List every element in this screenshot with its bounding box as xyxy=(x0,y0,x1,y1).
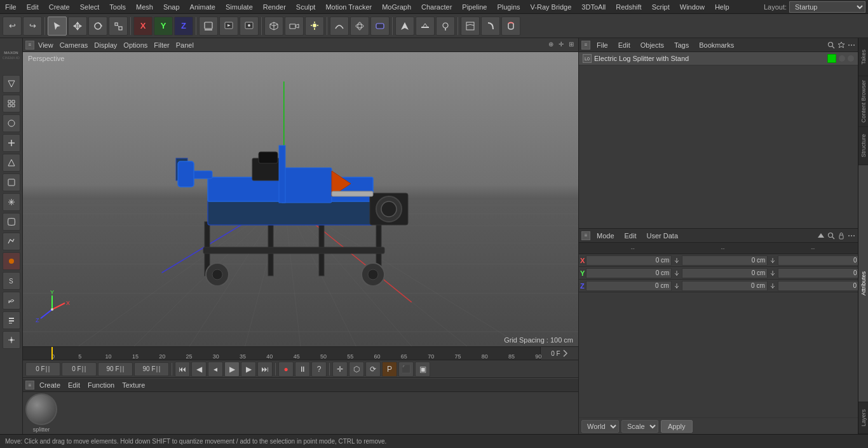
coord-x-size[interactable] xyxy=(682,255,768,266)
viewport-menu-cameras[interactable]: Cameras xyxy=(57,40,91,50)
menu-3dtoall[interactable]: 3DToAll xyxy=(576,2,611,12)
landmark-button[interactable] xyxy=(436,17,455,36)
takes-tab[interactable]: Takes xyxy=(858,38,868,76)
left-tool-11[interactable]: S xyxy=(3,272,20,290)
material-menu-icon[interactable]: ≡ xyxy=(25,381,34,390)
left-tool-8[interactable] xyxy=(3,213,20,231)
mat-menu-function[interactable]: Function xyxy=(85,380,117,390)
end-frame-input2[interactable]: 90 F xyxy=(134,362,169,376)
mat-menu-texture[interactable]: Texture xyxy=(119,380,147,390)
coord-y-size[interactable] xyxy=(682,268,768,278)
attr-lock-icon[interactable] xyxy=(837,232,845,240)
coord-z-arrow[interactable] xyxy=(672,281,681,291)
apply-button[interactable]: Apply xyxy=(661,420,693,433)
left-tool-1[interactable] xyxy=(3,75,20,93)
coord-z-arrow2[interactable] xyxy=(768,281,777,291)
obj-search-icon[interactable] xyxy=(827,41,835,49)
menu-mesh[interactable]: Mesh xyxy=(131,2,158,12)
menu-script[interactable]: Script xyxy=(647,2,675,12)
floor-button[interactable] xyxy=(416,17,435,36)
object-list-row[interactable]: L0 Electric Log Splitter with Stand xyxy=(579,52,858,65)
start-frame-input[interactable]: 0 F xyxy=(25,362,60,376)
x-axis-button[interactable]: X xyxy=(133,17,153,36)
tl-tool-2[interactable]: ⬡ xyxy=(349,362,364,377)
left-tool-7[interactable] xyxy=(3,193,20,211)
obj-tab-tags[interactable]: Tags xyxy=(670,40,693,50)
attr-up-icon[interactable] xyxy=(817,232,825,240)
go-to-start-button[interactable]: ⏮ xyxy=(175,362,190,377)
attr-search-icon[interactable] xyxy=(827,232,835,240)
obj-tab-objects[interactable]: Objects xyxy=(637,40,668,50)
viewport-menu-display[interactable]: Display xyxy=(92,40,119,50)
obj-tab-edit[interactable]: Edit xyxy=(614,40,634,50)
tl-tool-1[interactable]: ✛ xyxy=(332,362,348,377)
attributes-tab[interactable]: Attributes xyxy=(858,165,868,402)
go-to-end-button[interactable]: ⏭ xyxy=(257,362,273,377)
menu-create[interactable]: Create xyxy=(44,2,75,12)
left-tool-12[interactable] xyxy=(3,292,20,309)
left-tool-5[interactable] xyxy=(3,154,20,172)
coord-x-arrow[interactable] xyxy=(672,255,681,266)
attr-panel-icon[interactable]: ≡ xyxy=(581,231,590,240)
prev-frame-button[interactable]: ◀ xyxy=(191,362,207,377)
left-tool-14[interactable] xyxy=(3,331,20,349)
menu-sculpt[interactable]: Sculpt xyxy=(291,2,321,12)
menu-help[interactable]: Help xyxy=(710,2,735,12)
coord-x-arrow2[interactable] xyxy=(768,255,777,266)
move-tool[interactable] xyxy=(68,17,87,36)
y-axis-button[interactable]: Y xyxy=(154,17,173,36)
viewport-lock-icon[interactable]: ⊕ xyxy=(546,41,555,50)
move-tool-2[interactable] xyxy=(395,17,414,36)
left-tool-2[interactable] xyxy=(3,95,20,112)
attr-tab-mode[interactable]: Mode xyxy=(593,231,618,241)
left-tool-4[interactable] xyxy=(3,134,20,152)
select-tool[interactable] xyxy=(48,17,67,36)
left-tool-10[interactable] xyxy=(3,252,20,270)
coord-z-size[interactable] xyxy=(682,281,768,291)
texture-button[interactable] xyxy=(461,17,480,36)
cube-button[interactable] xyxy=(264,17,283,36)
coord-y-pos[interactable] xyxy=(586,268,672,278)
coord-z-rot[interactable] xyxy=(778,281,864,291)
menu-edit[interactable]: Edit xyxy=(22,2,44,12)
viewport-menu-options[interactable]: Options xyxy=(121,40,150,50)
redo-button[interactable]: ↪ xyxy=(23,17,42,36)
obj-tab-bookmarks[interactable]: Bookmarks xyxy=(695,40,738,50)
left-tool-3[interactable] xyxy=(3,114,20,132)
left-tool-9[interactable] xyxy=(3,233,20,250)
spline-button[interactable] xyxy=(330,17,349,36)
tl-tool-4[interactable]: P xyxy=(382,362,397,377)
menu-vray-bridge[interactable]: V-Ray Bridge xyxy=(526,2,577,12)
coord-y-arrow2[interactable] xyxy=(768,268,777,278)
viewport-menu-panel[interactable]: Panel xyxy=(173,40,196,50)
menu-render[interactable]: Render xyxy=(258,2,291,12)
viewport-expand-icon[interactable]: ⊞ xyxy=(567,41,576,50)
rotate-tool[interactable] xyxy=(88,17,107,36)
viewport-move-icon[interactable]: ✛ xyxy=(557,41,566,50)
obj-more-icon[interactable] xyxy=(848,41,855,49)
menu-window[interactable]: Window xyxy=(675,2,710,12)
menu-motion-tracker[interactable]: Motion Tracker xyxy=(320,2,377,12)
material-item[interactable]: splitter xyxy=(25,393,57,433)
coord-x-pos[interactable] xyxy=(586,255,672,266)
menu-pipeline[interactable]: Pipeline xyxy=(457,2,492,12)
undo-button[interactable]: ↩ xyxy=(3,17,22,36)
menu-animate[interactable]: Animate xyxy=(185,2,220,12)
frame-indicator[interactable] xyxy=(51,347,53,360)
structure-tab[interactable]: Structure xyxy=(858,127,868,165)
left-tool-6[interactable] xyxy=(3,173,20,191)
attr-tab-edit[interactable]: Edit xyxy=(621,231,641,241)
obj-render-dot[interactable] xyxy=(848,55,854,62)
left-tool-13[interactable] xyxy=(3,311,20,329)
scale-tool[interactable] xyxy=(109,17,128,36)
z-axis-button[interactable]: Z xyxy=(174,17,193,36)
menu-file[interactable]: File xyxy=(0,2,22,12)
play-button[interactable]: ▶ xyxy=(224,362,240,377)
attr-more-icon[interactable] xyxy=(848,232,855,240)
bend-button[interactable] xyxy=(481,17,500,36)
menu-plugins[interactable]: Plugins xyxy=(492,2,525,12)
help-button[interactable]: ? xyxy=(311,362,327,377)
deformer-button[interactable] xyxy=(370,17,390,36)
scale-dropdown[interactable]: Scale xyxy=(621,420,658,433)
mat-menu-create[interactable]: Create xyxy=(37,380,63,390)
